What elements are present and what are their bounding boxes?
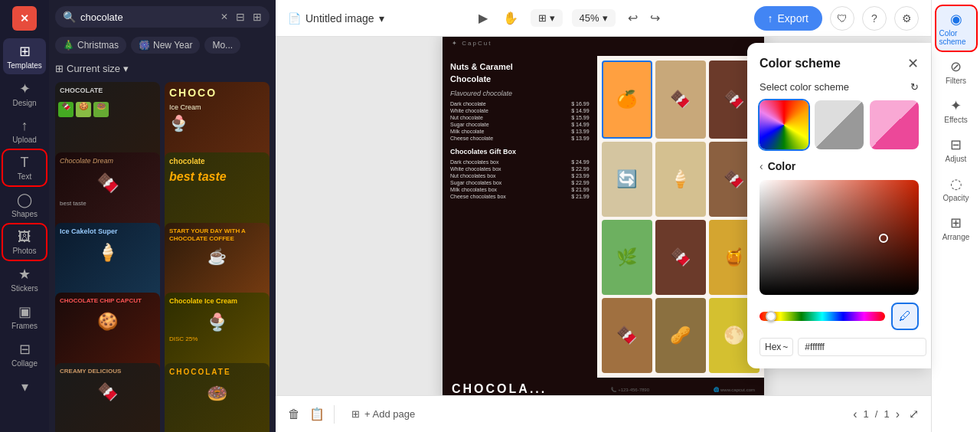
right-panel-item-color-scheme[interactable]: ◉ Color scheme — [936, 6, 976, 51]
settings-button[interactable]: ⚙ — [894, 6, 919, 31]
collage-icon: ⊟ — [19, 341, 31, 358]
hex-value-input[interactable] — [798, 338, 926, 356]
sidebar-item-collage[interactable]: ⊟ Collage — [3, 336, 46, 372]
templates-icon: ⊞ — [19, 43, 31, 60]
sidebar-item-label: Stickers — [11, 284, 38, 293]
back-label: Color — [768, 160, 796, 172]
tag-more[interactable]: Mo... — [204, 37, 240, 54]
delete-button[interactable]: 🗑 — [288, 407, 300, 421]
image-search-icon[interactable]: ⊟ — [236, 11, 245, 23]
sidebar-item-shapes[interactable]: ◯ Shapes — [3, 187, 46, 223]
right-panel-item-arrange[interactable]: ⊞ Arrange — [936, 210, 976, 246]
frame-selector[interactable]: ⊞ ▾ — [531, 9, 563, 27]
undo-button[interactable]: ↩ — [625, 8, 641, 28]
tag-new-year[interactable]: 🎆 New Year — [131, 37, 200, 54]
template-item[interactable]: CREAMY DELICIOUS 🍫 — [55, 363, 160, 432]
right-panel-item-effects[interactable]: ✦ Effects — [936, 93, 976, 129]
hex-format-selector[interactable]: Hex ~ — [760, 338, 793, 356]
duplicate-button[interactable]: 📋 — [309, 407, 325, 421]
export-label: Export — [778, 12, 808, 25]
zoom-level: 45% — [580, 12, 599, 24]
zoom-arrow: ▾ — [603, 12, 608, 24]
right-panel-label: Color scheme — [939, 29, 973, 46]
sidebar-item-frames[interactable]: ▣ Frames — [3, 299, 46, 335]
next-page-button[interactable]: › — [896, 407, 900, 421]
sidebar-item-label: Frames — [11, 322, 38, 330]
sidebar-item-stickers[interactable]: ★ Stickers — [3, 261, 46, 297]
photos-icon: 🖼 — [18, 229, 31, 245]
sidebar-item-label: Collage — [11, 359, 38, 368]
zoom-selector[interactable]: 45% ▾ — [572, 9, 616, 27]
right-panel-label: Opacity — [943, 194, 969, 202]
eyedropper-icon: 🖊 — [899, 309, 911, 323]
template-item[interactable]: CHOCOLATE 🍩 — [165, 363, 270, 432]
tag-label: Christmas — [77, 40, 119, 51]
hex-row: Hex ~ — [760, 338, 919, 356]
popup-title: Color scheme — [760, 57, 841, 70]
popup-close-button[interactable]: ✕ — [907, 55, 919, 72]
tag-christmas[interactable]: 🎄 Christmas — [55, 37, 126, 54]
add-page-button[interactable]: ⊞ + Add page — [344, 405, 423, 423]
template-grid: CHOCOLATE 🍫 🍪 🍩 CHOCO Ice Cream 🍨 Chocol… — [49, 79, 276, 432]
redo-button[interactable]: ↪ — [647, 8, 663, 28]
color-picker-cursor — [879, 234, 888, 243]
frame-icon: ⊞ — [538, 12, 547, 24]
adjust-icon: ⊟ — [950, 136, 962, 153]
templates-panel: 🔍 ✕ ⊟ ⊞ 🎄 Christmas 🎆 New Year Mo... ⊞ C… — [49, 0, 276, 432]
text-icon: T — [21, 155, 29, 171]
sidebar-item-text[interactable]: T Text — [3, 150, 46, 185]
scheme-options — [760, 100, 919, 149]
opacity-icon: ◌ — [950, 175, 962, 192]
prev-page-button[interactable]: ‹ — [853, 407, 857, 421]
size-label: Current size — [67, 63, 120, 74]
help-button[interactable]: ? — [862, 6, 887, 31]
page-current: 1 — [864, 408, 869, 420]
back-color-row[interactable]: ‹ Color — [760, 160, 919, 172]
fullscreen-button[interactable]: ⤢ — [909, 407, 919, 421]
sidebar-item-photos[interactable]: 🖼 Photos — [3, 224, 46, 260]
export-button[interactable]: ↑ Export — [754, 6, 822, 31]
hand-tool-button[interactable]: ✋ — [500, 8, 521, 28]
sidebar-item-label: Design — [12, 99, 36, 107]
tag-label: Mo... — [212, 40, 233, 51]
bottom-right: ‹ 1 / 1 › ⤢ — [853, 407, 919, 421]
play-button[interactable]: ▶ — [475, 8, 491, 28]
filters-icon: ⊘ — [950, 58, 962, 75]
tag-row: 🎄 Christmas 🎆 New Year Mo... — [49, 34, 276, 60]
select-scheme-label: Select color scheme — [760, 81, 849, 93]
scheme-label-row: Select color scheme ↻ — [760, 81, 919, 93]
sidebar-item-design[interactable]: ✦ Design — [3, 76, 46, 112]
sidebar-item-templates[interactable]: ⊞ Templates — [3, 38, 46, 74]
canvas-frame: ✦ CapCut Nuts & Caramel Chocolate Flavou… — [443, 37, 764, 395]
right-panel-item-opacity[interactable]: ◌ Opacity — [936, 171, 976, 207]
search-input[interactable] — [80, 11, 216, 23]
scheme-option-gray[interactable] — [815, 100, 864, 149]
right-panel-label: Filters — [946, 77, 966, 85]
divider — [334, 405, 335, 424]
app-logo[interactable]: ✕ — [12, 6, 37, 31]
topbar-center: ▶ ✋ ⊞ ▾ 45% ▾ ↩ ↪ — [475, 8, 663, 28]
add-page-icon: ⊞ — [351, 408, 360, 420]
christmas-dot: 🎄 — [63, 40, 74, 51]
right-panel-item-filters[interactable]: ⊘ Filters — [936, 54, 976, 90]
size-selector[interactable]: ⊞ Current size ▾ — [49, 60, 276, 79]
more-icon: ▾ — [21, 378, 28, 395]
color-picker-area[interactable] — [760, 180, 919, 295]
right-panel-label: Arrange — [942, 233, 970, 241]
search-icon: 🔍 — [63, 11, 76, 23]
right-panel-label: Adjust — [946, 155, 967, 163]
document-title[interactable]: 📄 Untitled image ▾ — [288, 12, 384, 25]
size-arrow: ▾ — [123, 63, 129, 74]
right-panel-item-adjust[interactable]: ⊟ Adjust — [936, 132, 976, 168]
sidebar-item-label: Photos — [12, 247, 36, 255]
eyedropper-button[interactable]: 🖊 — [891, 303, 919, 330]
shield-button[interactable]: 🛡 — [830, 6, 854, 31]
clear-search-button[interactable]: ✕ — [220, 11, 228, 22]
scheme-option-pink[interactable] — [870, 100, 919, 149]
sidebar-item-more[interactable]: ▾ — [3, 374, 46, 400]
hue-slider[interactable] — [760, 312, 885, 321]
filter-icon[interactable]: ⊞ — [253, 11, 262, 23]
sidebar-item-upload[interactable]: ↑ Upload — [3, 113, 46, 149]
add-page-label: + Add page — [364, 408, 415, 420]
scheme-option-rainbow[interactable] — [760, 100, 808, 149]
